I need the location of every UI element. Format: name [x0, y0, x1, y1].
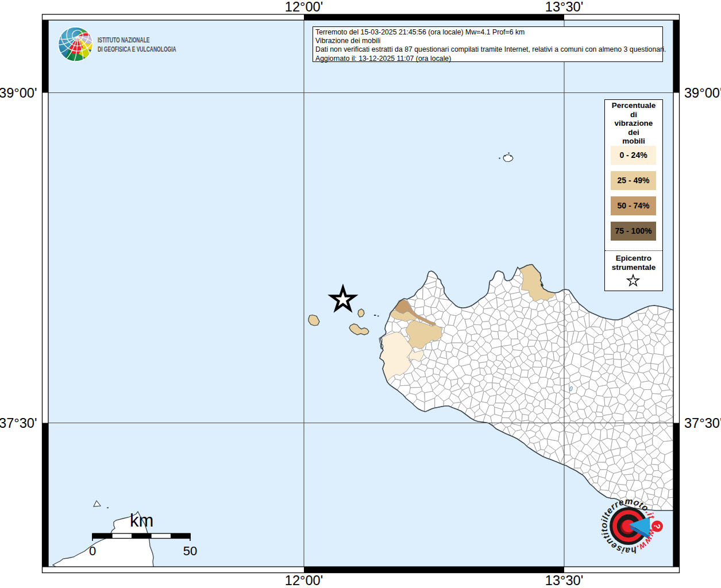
svg-text:ISTITUTO NAZIONALE: ISTITUTO NAZIONALE: [98, 36, 150, 44]
svg-text:0: 0: [89, 544, 96, 558]
svg-text:?: ?: [652, 523, 662, 529]
svg-text:DI GEOFISICA E VULCANOLOGIA: DI GEOFISICA E VULCANOLOGIA: [98, 45, 176, 53]
svg-text:km: km: [130, 510, 153, 531]
svg-text:50: 50: [183, 544, 197, 558]
